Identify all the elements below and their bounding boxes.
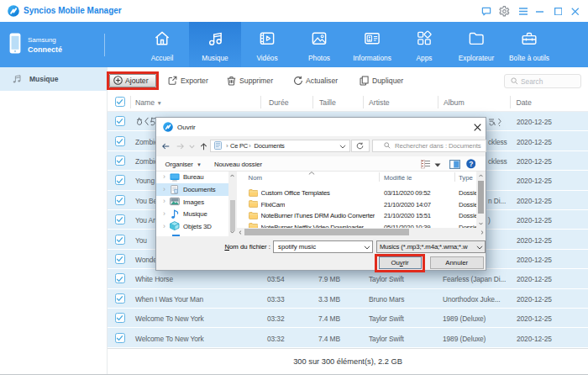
- svg-text:?: ?: [469, 160, 473, 168]
